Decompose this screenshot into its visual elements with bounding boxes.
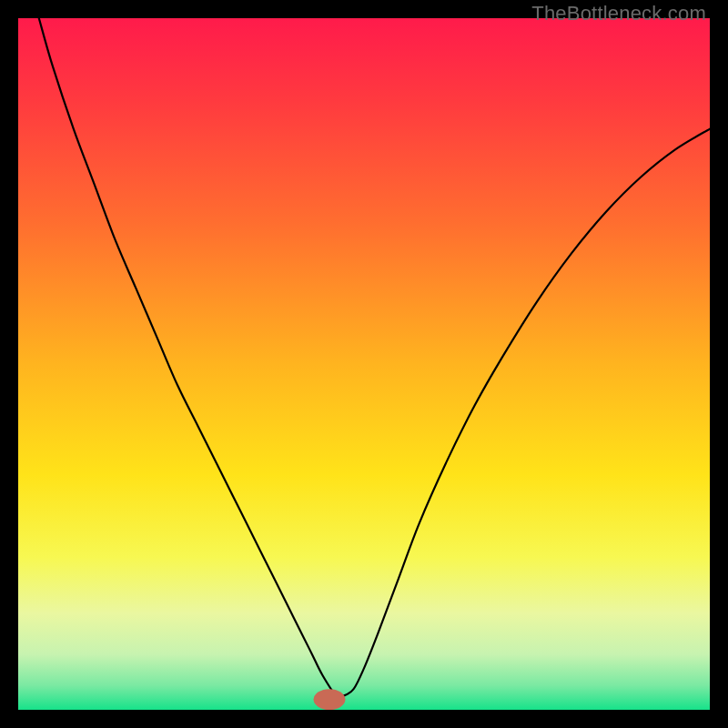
bottleneck-chart — [18, 18, 710, 710]
chart-frame — [18, 18, 710, 710]
watermark-text: TheBottleneck.com — [531, 2, 706, 25]
chart-background — [18, 18, 710, 710]
optimum-marker — [314, 689, 346, 710]
